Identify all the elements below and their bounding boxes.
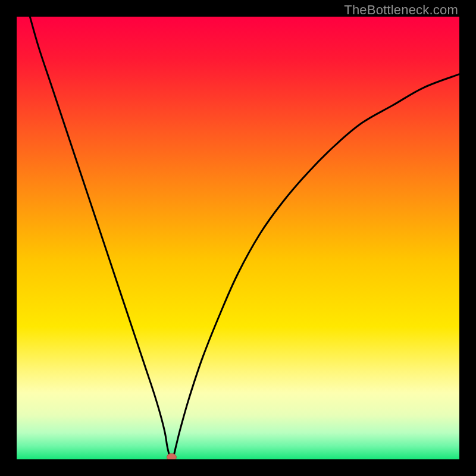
chart-frame — [17, 17, 459, 459]
svg-point-0 — [167, 453, 176, 459]
gradient-background — [17, 17, 459, 459]
bottleneck-chart — [17, 17, 459, 459]
watermark-text: TheBottleneck.com — [344, 2, 458, 18]
optimum-marker — [167, 453, 176, 459]
